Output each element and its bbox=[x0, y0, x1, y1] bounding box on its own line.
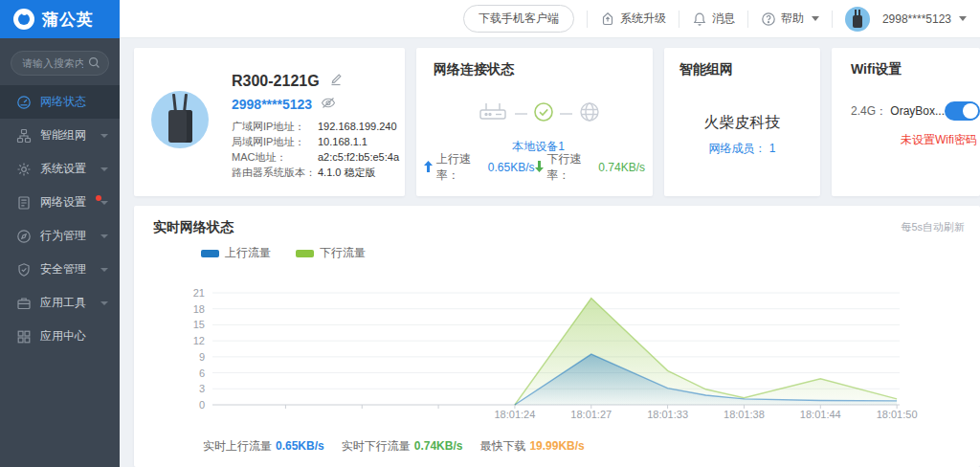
bell-icon bbox=[692, 11, 707, 27]
stat-upload-value: 0.65KB/s bbox=[276, 439, 324, 453]
sidebar-item-label: 应用中心 bbox=[40, 328, 86, 345]
app-logo[interactable]: 蒲公英 bbox=[0, 0, 120, 38]
device-sn: 2998****5123 bbox=[232, 97, 312, 112]
sidebar-item-label: 安全管理 bbox=[40, 261, 86, 278]
sidebar-item-label: 行为管理 bbox=[40, 228, 86, 244]
shield-icon bbox=[16, 262, 32, 278]
connection-diagram bbox=[434, 100, 643, 127]
network-name: 火柴皮科技 bbox=[664, 113, 820, 133]
brand-icon bbox=[13, 9, 34, 30]
svg-text:0: 0 bbox=[199, 399, 205, 411]
document-icon bbox=[16, 195, 32, 211]
messages-button[interactable]: 消息 bbox=[692, 11, 735, 27]
stat-upload: 实时上行流量0.65KB/s bbox=[203, 438, 324, 455]
sidebar-item-label: 智能组网 bbox=[40, 127, 86, 144]
device-info-list: 广域网IP地址：192.168.199.240局域网IP地址：10.168.1.… bbox=[232, 119, 399, 180]
stat-download: 实时下行流量0.74KB/s bbox=[342, 438, 463, 455]
divider bbox=[587, 11, 588, 28]
sidebar-item-label: 应用工具 bbox=[40, 295, 86, 311]
svg-text:21: 21 bbox=[193, 287, 205, 299]
chart-title: 实时网络状态 bbox=[153, 219, 234, 234]
svg-text:18:01:50: 18:01:50 bbox=[877, 409, 918, 420]
sidebar-item-label: 网络设置 bbox=[40, 194, 86, 211]
compass-icon bbox=[16, 229, 32, 244]
wifi-ssid[interactable]: OrayBox... bbox=[890, 104, 945, 118]
refresh-note: 每5s自动刷新 bbox=[901, 220, 965, 234]
sidebar-item-system-settings[interactable]: 系统设置 bbox=[0, 152, 120, 186]
wifi-password-warning[interactable]: 未设置Wifi密码 bbox=[851, 132, 980, 148]
question-icon bbox=[761, 11, 776, 27]
sidebar: 网络状态 智能组网 系统设置 网络设置 行为管理 安全管理 应用工具 应用中心 bbox=[0, 38, 120, 467]
chevron-down-icon bbox=[100, 234, 108, 238]
brand-name: 蒲公英 bbox=[42, 9, 94, 31]
sidebar-item-network-settings[interactable]: 网络设置 bbox=[0, 186, 120, 219]
sidebar-item-smart-network[interactable]: 智能组网 bbox=[0, 119, 120, 152]
topbar: 下载手机客户端 系统升级 消息 帮助 2998****5123 bbox=[120, 0, 980, 38]
account-menu[interactable]: 2998****5123 bbox=[845, 7, 967, 32]
search-icon[interactable] bbox=[88, 56, 100, 72]
chevron-down-icon bbox=[100, 167, 108, 171]
router-icon bbox=[477, 100, 509, 127]
briefcase-icon bbox=[16, 296, 32, 311]
chart-header: 实时网络状态 每5s自动刷新 bbox=[134, 206, 980, 236]
chart-legend: 上行流量 下行流量 bbox=[201, 245, 366, 261]
wifi-card: Wifi设置 2.4G： OrayBox... 未设置Wifi密码 bbox=[832, 48, 980, 196]
account-number: 2998****5123 bbox=[882, 12, 951, 26]
upgrade-icon bbox=[600, 11, 615, 27]
grid-icon bbox=[16, 329, 32, 345]
sidebar-item-label: 系统设置 bbox=[40, 161, 86, 177]
svg-text:18:01:27: 18:01:27 bbox=[570, 409, 612, 420]
chevron-down-icon bbox=[100, 201, 108, 205]
device-info-row: 广域网IP地址：192.168.199.240 bbox=[232, 119, 399, 134]
system-upgrade-button[interactable]: 系统升级 bbox=[600, 11, 666, 27]
smart-network-card: 智能组网 火柴皮科技 网络成员： 1 bbox=[664, 48, 820, 196]
sidebar-item-security-mgmt[interactable]: 安全管理 bbox=[0, 253, 120, 286]
messages-label: 消息 bbox=[712, 11, 735, 27]
sidebar-search bbox=[11, 51, 109, 76]
chevron-down-icon bbox=[100, 134, 108, 138]
topology-icon bbox=[16, 128, 32, 144]
download-rate: 下行速率： 0.74KB/s bbox=[535, 151, 646, 184]
stat-fastest: 最快下载19.99KB/s bbox=[479, 438, 584, 455]
legend-swatch-upload bbox=[201, 250, 219, 257]
legend-upload[interactable]: 上行流量 bbox=[201, 245, 271, 261]
link-line bbox=[560, 113, 572, 115]
upload-rate: 上行速率： 0.65KB/s bbox=[424, 151, 535, 184]
stat-download-value: 0.74KB/s bbox=[414, 439, 463, 453]
svg-text:12: 12 bbox=[193, 335, 205, 346]
gear-icon bbox=[16, 162, 32, 177]
download-client-button[interactable]: 下载手机客户端 bbox=[463, 5, 574, 33]
sidebar-item-app-tools[interactable]: 应用工具 bbox=[0, 286, 120, 320]
globe-icon bbox=[578, 100, 601, 126]
divider bbox=[679, 11, 679, 28]
traffic-area-chart: 03691215182118:01:2418:01:2718:01:3318:0… bbox=[134, 278, 980, 432]
legend-download[interactable]: 下行流量 bbox=[296, 245, 366, 261]
chevron-down-icon bbox=[100, 268, 108, 272]
svg-text:18:01:44: 18:01:44 bbox=[800, 409, 841, 420]
upload-rate-value: 0.65KB/s bbox=[488, 161, 535, 174]
arrow-up-icon bbox=[424, 161, 433, 175]
check-circle-icon bbox=[533, 101, 554, 125]
sidebar-item-behavior-mgmt[interactable]: 行为管理 bbox=[0, 219, 120, 253]
svg-text:18:01:38: 18:01:38 bbox=[724, 409, 765, 420]
wifi-band-label: 2.4G： bbox=[851, 103, 890, 120]
sidebar-item-network-status[interactable]: 网络状态 bbox=[0, 85, 120, 119]
network-members-link[interactable]: 网络成员： 1 bbox=[664, 141, 820, 157]
device-info-row: MAC地址：a2:c5:f2:b5:e5:4a bbox=[232, 149, 399, 165]
router-model: R300-2121G bbox=[232, 73, 320, 90]
download-rate-value: 0.74KB/s bbox=[598, 161, 645, 174]
realtime-chart-card: 实时网络状态 每5s自动刷新 上行流量 下行流量 03691215182118:… bbox=[134, 206, 980, 467]
stat-fastest-value: 19.99KB/s bbox=[529, 439, 584, 453]
sidebar-item-app-center[interactable]: 应用中心 bbox=[0, 320, 120, 353]
wifi-card-title: Wifi设置 bbox=[851, 61, 980, 78]
toggle-knob bbox=[963, 103, 978, 119]
legend-swatch-download bbox=[296, 250, 314, 257]
chevron-down-icon bbox=[100, 301, 108, 305]
eye-off-icon[interactable] bbox=[321, 97, 336, 112]
wifi-toggle[interactable] bbox=[945, 101, 980, 121]
main-content: R300-2121G 2998****5123 广域网IP地址：192.168.… bbox=[120, 38, 980, 467]
help-menu[interactable]: 帮助 bbox=[761, 11, 819, 27]
edit-icon[interactable] bbox=[329, 73, 343, 90]
connection-card-title: 网络连接状态 bbox=[434, 61, 643, 78]
status-cards-row: R300-2121G 2998****5123 广域网IP地址：192.168.… bbox=[134, 48, 980, 196]
